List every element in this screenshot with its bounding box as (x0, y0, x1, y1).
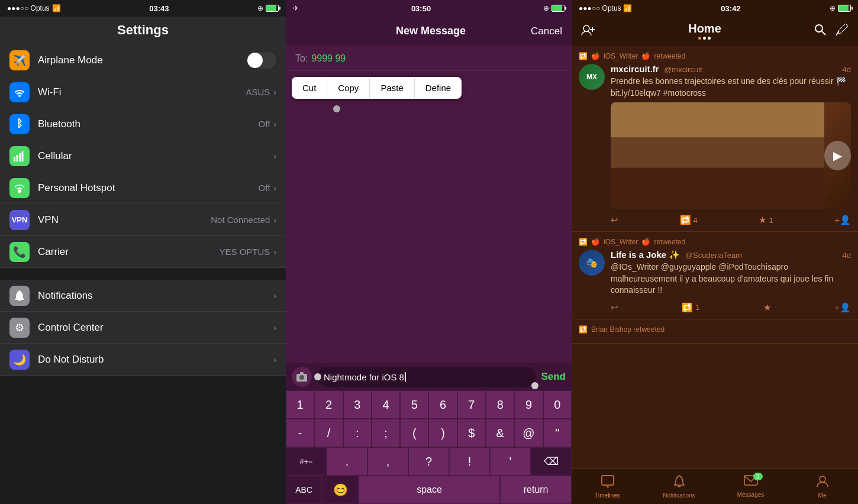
settings-item-carrier[interactable]: 📞 Carrier YES OPTUS › (0, 236, 286, 268)
key-8[interactable]: 8 (486, 390, 514, 419)
settings-item-do-not-disturb[interactable]: 🌙 Do Not Disturb › (0, 344, 286, 376)
twitter-tab-bar: Timelines Notifications 3 Messages (572, 469, 858, 504)
tweet-1: 🔁 🍎 iOS_Writer 🍎 retweeted MX mxcircuit.… (572, 46, 858, 232)
compose-button[interactable] (836, 24, 849, 39)
settings-panel: ●●●○○ Optus 📶 03:43 ⊕ Settings ✈️ Airpla… (0, 0, 286, 504)
key-ampersand[interactable]: & (486, 419, 514, 447)
tweet-time-2: 4d (843, 251, 851, 260)
tweet-media-1[interactable]: ▶ (611, 102, 851, 209)
key-7[interactable]: 7 (457, 390, 486, 419)
key-abc[interactable]: ABC (286, 476, 322, 504)
vpn-value: Not Connected (211, 215, 270, 225)
tab-me[interactable]: Me (786, 469, 858, 504)
to-number[interactable]: 9999 99 (311, 53, 346, 64)
retweet-action-2[interactable]: 🔁 1 (682, 302, 699, 313)
key-close-paren[interactable]: ) (428, 419, 457, 447)
follow-action-2[interactable]: +👤 (834, 302, 851, 313)
retweet-label-2: 🍎 (641, 238, 650, 246)
key-at[interactable]: @ (514, 419, 543, 447)
tweet-username-1: mxcircuit.fr (611, 64, 659, 74)
tab-notifications[interactable]: Notifications (643, 469, 715, 504)
key-backspace[interactable]: ⌫ (531, 447, 572, 476)
key-0[interactable]: 0 (543, 390, 572, 419)
settings-item-control-center[interactable]: ⚙ Control Center › (0, 312, 286, 344)
key-question[interactable]: ? (408, 447, 449, 476)
key-apostrophe[interactable]: ' (490, 447, 531, 476)
wifi-label: Wi-Fi (38, 86, 246, 98)
like-action-2[interactable]: ★ (763, 302, 771, 313)
tab-timelines[interactable]: Timelines (572, 469, 643, 504)
me-tab-icon (816, 474, 829, 491)
add-user-button[interactable] (581, 24, 595, 40)
search-button[interactable] (814, 24, 826, 39)
clock-settings: 03:43 (149, 4, 169, 13)
key-comma[interactable]: , (367, 447, 408, 476)
key-open-paren[interactable]: ( (400, 419, 428, 447)
play-button-1[interactable]: ▶ (824, 141, 851, 170)
settings-item-notifications[interactable]: Notifications › (0, 280, 286, 312)
retweeter-name-1: iOS_Writer (604, 52, 638, 60)
settings-item-cellular[interactable]: Cellular › (0, 140, 286, 172)
key-semicolon[interactable]: ; (372, 419, 400, 447)
key-emoji[interactable]: 😊 (322, 476, 358, 504)
key-9[interactable]: 9 (514, 390, 543, 419)
reply-icon-1: ↩ (611, 215, 618, 225)
key-return[interactable]: return (500, 476, 572, 504)
copy-button[interactable]: Copy (327, 77, 370, 99)
define-button[interactable]: Define (415, 77, 462, 99)
me-tab-label: Me (818, 492, 827, 499)
keyboard-bottom-row: ABC 😊 space return (286, 476, 572, 504)
reply-action-1[interactable]: ↩ (611, 215, 618, 225)
key-period[interactable]: . (327, 447, 367, 476)
key-quote[interactable]: " (543, 419, 572, 447)
retweeter-name-2: iOS_Writer (604, 238, 638, 246)
input-area: Nightmode for iOS 8 Send (286, 363, 572, 390)
retweet-action-1[interactable]: 🔁 4 (680, 215, 698, 225)
key-5[interactable]: 5 (400, 390, 428, 419)
message-body[interactable]: Cut Copy Paste Define (286, 71, 572, 363)
settings-item-bluetooth[interactable]: ᛒ Bluetooth Off › (0, 108, 286, 140)
do-not-disturb-chevron: › (273, 355, 276, 364)
follow-action-1[interactable]: +👤 (834, 215, 851, 225)
airplane-mode-toggle[interactable] (247, 52, 276, 69)
settings-item-airplane[interactable]: ✈️ Airplane Mode (0, 44, 286, 76)
battery-twitter (838, 5, 851, 12)
status-bar-messages: ✈ 03:50 ⊕ (286, 0, 572, 17)
toggle-knob (247, 53, 263, 68)
svg-point-6 (299, 375, 304, 380)
key-symbols[interactable]: #+= (286, 447, 327, 476)
like-action-1[interactable]: ★ 1 (759, 215, 773, 225)
tweet-loading: 🔁 Brian Bishop retweeted (572, 319, 858, 344)
key-4[interactable]: 4 (372, 390, 400, 419)
key-2[interactable]: 2 (314, 390, 343, 419)
settings-item-wifi[interactable]: Wi-Fi ASUS › (0, 76, 286, 108)
key-dollar[interactable]: $ (457, 419, 486, 447)
key-dash[interactable]: - (286, 419, 314, 447)
message-input[interactable]: Nightmode for iOS 8 (317, 367, 536, 387)
reply-action-2[interactable]: ↩ (611, 302, 618, 313)
tweet-username-2: Life is a Joke ✨ (611, 250, 680, 260)
settings-item-hotspot[interactable]: Personal Hotspot Off › (0, 172, 286, 204)
do-not-disturb-label: Do Not Disturb (38, 354, 273, 366)
camera-button[interactable] (292, 367, 312, 387)
paste-button[interactable]: Paste (370, 77, 414, 99)
key-1[interactable]: 1 (286, 390, 314, 419)
vpn-chevron: › (273, 215, 276, 225)
settings-item-vpn[interactable]: VPN VPN Not Connected › (0, 204, 286, 236)
key-6[interactable]: 6 (428, 390, 457, 419)
selection-handle-left[interactable] (314, 373, 321, 380)
cancel-button[interactable]: Cancel (531, 25, 562, 37)
tab-messages[interactable]: 3 Messages (715, 469, 786, 504)
selection-handle-right[interactable] (531, 382, 538, 389)
bluetooth-value: Off (259, 119, 270, 129)
key-colon[interactable]: : (343, 419, 372, 447)
drag-handle[interactable] (333, 105, 340, 112)
cut-button[interactable]: Cut (292, 77, 327, 99)
tweet-actions-1: ↩ 🔁 4 ★ 1 +👤 (611, 212, 851, 225)
status-bar-settings: ●●●○○ Optus 📶 03:43 ⊕ (0, 0, 286, 17)
key-slash[interactable]: / (314, 419, 343, 447)
key-space[interactable]: space (359, 476, 501, 504)
key-3[interactable]: 3 (343, 390, 372, 419)
send-button[interactable]: Send (541, 371, 566, 383)
key-exclaim[interactable]: ! (449, 447, 490, 476)
